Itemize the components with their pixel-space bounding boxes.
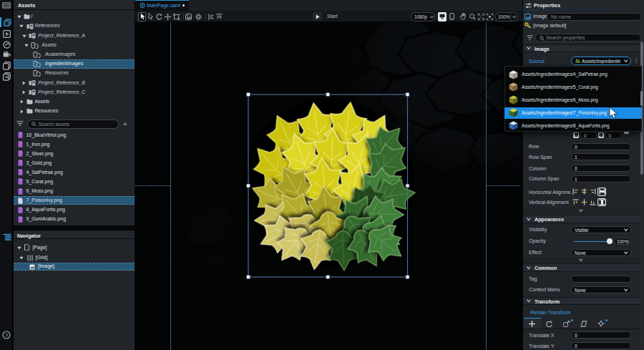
svg-text:?: ? — [5, 332, 8, 339]
